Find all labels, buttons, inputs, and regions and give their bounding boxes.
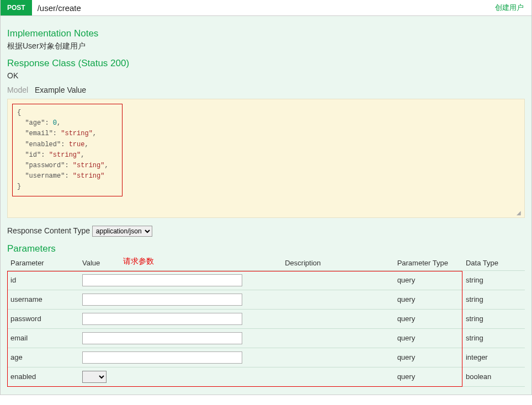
table-row: passwordquerystring: [7, 309, 525, 328]
param-value-cell: [79, 367, 281, 386]
param-type-cell: query: [394, 290, 462, 309]
implementation-notes-heading: Implementation Notes: [7, 28, 525, 39]
table-row: emailquerystring: [7, 328, 525, 348]
param-value-input[interactable]: [82, 351, 242, 364]
param-type-cell: query: [394, 270, 462, 290]
param-type-cell: query: [394, 367, 462, 386]
response-tabs: Model Example Value: [7, 86, 525, 94]
param-value-cell: [79, 290, 281, 309]
response-status-text: OK: [7, 71, 525, 80]
table-row: usernamequerystring: [7, 290, 525, 309]
param-data-type-cell: integer: [462, 348, 525, 367]
example-value-panel: { "age": 0, "email": "string", "enabled"…: [7, 99, 525, 218]
response-content-type-label: Response Content Type: [7, 226, 90, 235]
endpoint-path: /user/create: [36, 3, 495, 13]
response-class-heading: Response Class (Status 200): [7, 58, 525, 69]
param-name-cell: id: [7, 270, 79, 290]
parameters-table: Parameter Value Description Parameter Ty…: [7, 255, 525, 387]
param-type-cell: query: [394, 309, 462, 328]
param-type-cell: query: [394, 348, 462, 367]
parameters-heading: Parameters: [7, 243, 525, 254]
param-type-cell: query: [394, 328, 462, 348]
param-data-type-cell: string: [462, 328, 525, 348]
col-header-data-type: Data Type: [462, 255, 525, 271]
param-name-cell: age: [7, 348, 79, 367]
param-value-input[interactable]: [82, 313, 242, 325]
param-value-cell: [79, 348, 281, 367]
param-value-select[interactable]: [82, 371, 107, 383]
operation-header[interactable]: POST /user/create 创建用户: [1, 0, 531, 16]
param-description-cell: [281, 367, 393, 386]
param-value-input[interactable]: [82, 332, 242, 344]
param-value-input[interactable]: [82, 294, 242, 306]
table-row: enabledqueryboolean: [7, 367, 525, 386]
param-name-cell: email: [7, 328, 79, 348]
example-json[interactable]: { "age": 0, "email": "string", "enabled"…: [12, 104, 123, 196]
col-header-value: Value: [79, 255, 281, 271]
param-description-cell: [281, 290, 393, 309]
tab-model[interactable]: Model: [7, 86, 28, 94]
param-value-cell: [79, 309, 281, 328]
param-description-cell: [281, 309, 393, 328]
param-data-type-cell: string: [462, 290, 525, 309]
param-data-type-cell: boolean: [462, 367, 525, 386]
param-data-type-cell: string: [462, 309, 525, 328]
http-method-badge: POST: [1, 0, 32, 15]
operation-summary: 创建用户: [495, 3, 531, 13]
tab-example-value[interactable]: Example Value: [35, 86, 86, 94]
param-value-cell: [79, 328, 281, 348]
param-description-cell: [281, 328, 393, 348]
response-content-type-row: Response Content Type application/json: [7, 226, 525, 237]
param-name-cell: enabled: [7, 367, 79, 386]
resize-handle-icon[interactable]: ◢: [517, 210, 523, 216]
param-name-cell: username: [7, 290, 79, 309]
implementation-notes-text: 根据User对象创建用户: [7, 41, 525, 51]
param-description-cell: [281, 348, 393, 367]
param-data-type-cell: string: [462, 270, 525, 290]
col-header-parameter: Parameter: [7, 255, 79, 271]
response-content-type-select[interactable]: application/json: [92, 226, 152, 237]
table-row: idquerystring: [7, 270, 525, 290]
operation-content: Implementation Notes 根据User对象创建用户 Respon…: [1, 16, 531, 395]
param-name-cell: password: [7, 309, 79, 328]
param-value-cell: [79, 270, 281, 290]
param-value-input[interactable]: [82, 274, 242, 286]
col-header-parameter-type: Parameter Type: [394, 255, 462, 271]
param-description-cell: [281, 270, 393, 290]
col-header-description: Description: [281, 255, 393, 271]
table-row: agequeryinteger: [7, 348, 525, 367]
